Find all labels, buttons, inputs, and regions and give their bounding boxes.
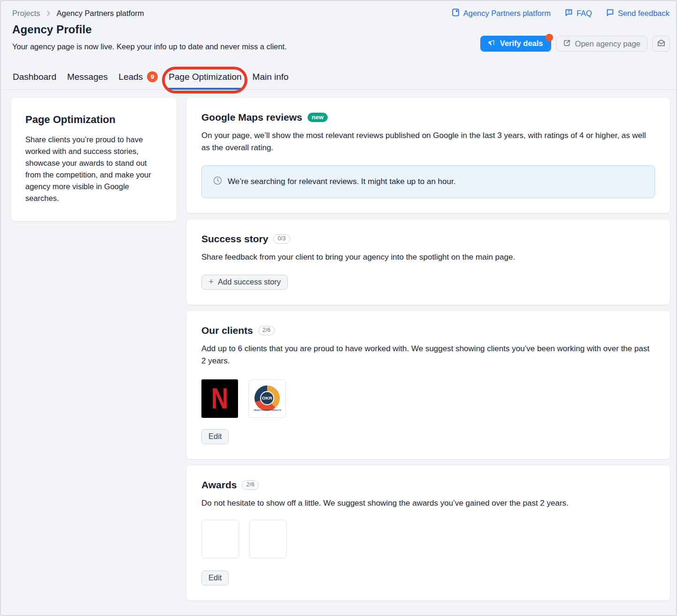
okr-caption: OBJECTIVE KEY RESULTS: [254, 409, 281, 411]
success-story-title: Success story: [201, 233, 268, 245]
verify-deals-button[interactable]: Verify deals: [480, 36, 551, 52]
tab-leads[interactable]: Leads 9: [118, 71, 159, 89]
header-actions: Verify deals Open agency page: [480, 36, 670, 52]
client-logo-okr: OKR OBJECTIVE KEY RESULTS: [248, 379, 286, 418]
active-tab-underline: [168, 88, 242, 90]
journal-icon: [452, 8, 460, 19]
our-clients-card: Our clients 2/6 Add up to 6 clients that…: [186, 311, 670, 459]
agency-profile-page: Projects Agency Partners platform Agency…: [0, 0, 677, 616]
google-maps-reviews-card: Google Maps reviews new On your page, we…: [186, 98, 670, 213]
notification-dot: [546, 34, 553, 41]
header-text: Agency Profile Your agency page is now l…: [12, 23, 287, 51]
edit-awards-label: Edit: [208, 573, 222, 582]
faq-link[interactable]: ? FAQ: [565, 8, 592, 18]
faq-link-label: FAQ: [577, 9, 592, 18]
top-links: Agency Partners platform ? FAQ Send feed…: [452, 8, 669, 19]
verify-deals-label: Verify deals: [500, 39, 543, 48]
tab-main-info-label: Main info: [253, 72, 289, 82]
edit-clients-label: Edit: [208, 432, 222, 441]
our-clients-body: Add up to 6 clients that you are proud t…: [201, 343, 652, 367]
tab-dashboard[interactable]: Dashboard: [12, 72, 57, 89]
tab-page-optimization[interactable]: Page Optimization: [168, 72, 242, 89]
netflix-n-letter: N: [211, 382, 228, 416]
svg-text:?: ?: [568, 9, 570, 14]
edit-clients-button[interactable]: Edit: [201, 429, 229, 444]
side-card-body: Share clients you’re proud to have worke…: [25, 134, 162, 204]
leads-count-badge: 9: [147, 71, 158, 82]
tab-messages[interactable]: Messages: [67, 72, 108, 89]
open-agency-page-label: Open agency page: [575, 39, 640, 48]
reviews-notice-text: We’re searching for relevant reviews. It…: [228, 177, 455, 186]
plus-icon: +: [208, 277, 214, 286]
add-success-story-label: Add success story: [218, 277, 281, 286]
external-link-icon: [563, 39, 571, 49]
topbar: Projects Agency Partners platform Agency…: [1, 1, 676, 19]
new-badge: new: [308, 113, 328, 122]
tab-bar: Dashboard Messages Leads 9 Page Optimiza…: [1, 69, 676, 90]
okr-center-label: OKR: [260, 391, 274, 405]
success-story-counter: 0/3: [273, 234, 290, 244]
tab-page-optimization-label: Page Optimization: [169, 72, 241, 82]
page-subtitle: Your agency page is now live. Keep your …: [12, 42, 287, 51]
tab-messages-label: Messages: [67, 72, 108, 82]
reviews-searching-notice: We’re searching for relevant reviews. It…: [201, 165, 655, 198]
award-slot-empty: [201, 520, 239, 558]
breadcrumb-projects-link[interactable]: Projects: [12, 9, 40, 18]
chevron-right-icon: [46, 11, 51, 16]
awards-title: Awards: [201, 479, 237, 491]
our-clients-counter: 2/6: [258, 326, 275, 336]
content: Page Optimization Share clients you’re p…: [1, 90, 676, 601]
open-agency-page-button[interactable]: Open agency page: [556, 36, 647, 52]
envelope-icon: [657, 39, 666, 49]
reviews-card-body: On your page, we’ll show the most releva…: [201, 130, 652, 154]
our-clients-title: Our clients: [201, 325, 253, 336]
page-optimization-info-card: Page Optimization Share clients you’re p…: [11, 98, 177, 221]
platform-link-label: Agency Partners platform: [463, 9, 551, 18]
send-feedback-link[interactable]: Send feedback: [606, 8, 669, 18]
success-story-card: Success story 0/3 Share feedback from yo…: [186, 219, 670, 305]
speech-bubble-icon: [606, 8, 614, 18]
awards-body: Do not hesitate to show off a little. We…: [201, 497, 652, 509]
page-title: Agency Profile: [12, 23, 287, 36]
award-slot-empty: [249, 520, 287, 558]
edit-awards-button[interactable]: Edit: [201, 570, 229, 585]
main-column: Google Maps reviews new On your page, we…: [186, 98, 670, 601]
mail-button[interactable]: [652, 36, 670, 52]
add-success-story-button[interactable]: + Add success story: [201, 275, 288, 290]
success-story-body: Share feedback from your client to bring…: [201, 251, 652, 263]
side-card-title: Page Optimization: [25, 114, 162, 126]
clock-icon: [213, 176, 223, 188]
award-slots: [201, 520, 655, 558]
send-feedback-link-label: Send feedback: [618, 9, 669, 18]
tab-dashboard-label: Dashboard: [13, 72, 56, 82]
reviews-card-title: Google Maps reviews: [201, 112, 302, 123]
breadcrumb: Projects Agency Partners platform: [12, 9, 144, 18]
breadcrumb-current: Agency Partners platform: [57, 9, 144, 18]
tab-main-info[interactable]: Main info: [252, 72, 289, 89]
platform-link[interactable]: Agency Partners platform: [452, 8, 551, 19]
tab-leads-label: Leads: [119, 72, 143, 82]
awards-counter: 2/6: [242, 480, 258, 490]
okr-wheel-graphic: OKR: [254, 385, 280, 411]
megaphone-icon: [487, 38, 496, 49]
awards-card: Awards 2/6 Do not hesitate to show off a…: [186, 465, 670, 601]
client-logo-netflix: N: [201, 379, 238, 418]
client-logos: N OKR OBJECTIVE KEY RESULTS: [201, 379, 655, 418]
header: Agency Profile Your agency page is now l…: [1, 19, 676, 51]
question-bubble-icon: ?: [565, 8, 573, 18]
